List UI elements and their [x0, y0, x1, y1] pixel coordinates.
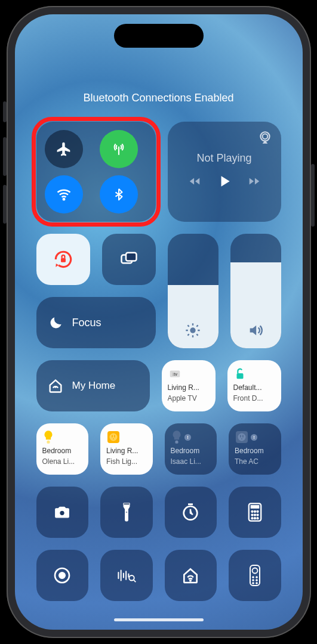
- flashlight-icon: [121, 502, 133, 522]
- svg-point-39: [251, 518, 253, 519]
- volume-slider[interactable]: [230, 234, 281, 348]
- camera-icon: [52, 503, 72, 521]
- connectivity-cluster[interactable]: [36, 122, 156, 222]
- svg-point-0: [63, 198, 65, 200]
- volume-icon: [247, 322, 264, 339]
- accessory-icon: [106, 429, 121, 445]
- svg-point-24: [241, 438, 242, 439]
- wifi-toggle[interactable]: [45, 175, 83, 213]
- svg-point-41: [257, 518, 258, 519]
- svg-point-40: [254, 518, 256, 519]
- svg-point-36: [251, 514, 253, 516]
- svg-rect-3: [61, 258, 66, 262]
- svg-point-34: [254, 510, 256, 512]
- svg-point-16: [113, 438, 114, 439]
- orientation-lock-icon: [52, 248, 75, 271]
- forward-icon: [247, 175, 262, 188]
- focus-button[interactable]: Focus: [36, 297, 156, 348]
- svg-rect-17: [175, 441, 178, 444]
- accessory-line1: Bedroom: [171, 447, 213, 456]
- calculator-icon: [247, 502, 263, 522]
- home-label: My Home: [72, 380, 116, 392]
- cellular-data-toggle[interactable]: [100, 130, 138, 168]
- home-app-button[interactable]: [165, 550, 217, 601]
- accessory-line1: Living R...: [168, 384, 211, 392]
- svg-point-21: [238, 434, 246, 441]
- calculator-button[interactable]: [229, 487, 281, 538]
- ios-control-center: Bluetooth Connections Enabled: [15, 14, 303, 630]
- accessory-line2: Olena Li...: [42, 458, 84, 466]
- home-app-icon: [181, 566, 200, 585]
- accessory-line1: Default...: [233, 384, 276, 392]
- accessory-tile[interactable]: Default...Front D...: [227, 360, 281, 411]
- svg-point-50: [252, 580, 254, 581]
- airplay-icon: [257, 130, 273, 145]
- home-indicator[interactable]: [114, 618, 204, 621]
- accessory-tile[interactable]: Living R...Fish Lig...: [100, 423, 153, 475]
- accessory-icon: tv: [168, 366, 182, 382]
- svg-text:!: !: [187, 435, 189, 440]
- svg-point-6: [190, 327, 195, 333]
- accessory-tile[interactable]: !BedroomIsaac Li...: [165, 423, 217, 475]
- svg-point-2: [262, 134, 267, 140]
- svg-rect-23: [242, 435, 244, 438]
- accessory-tile[interactable]: tvLiving R...Apple TV: [162, 360, 216, 411]
- airplane-icon: [56, 141, 72, 157]
- svg-point-49: [256, 577, 257, 578]
- screen-mirroring-button[interactable]: [102, 234, 156, 285]
- camera-button[interactable]: [36, 487, 89, 538]
- apple-tv-remote-button[interactable]: [229, 550, 281, 601]
- home-button[interactable]: My Home: [36, 360, 150, 411]
- svg-point-7: [54, 386, 56, 388]
- svg-point-52: [252, 583, 254, 584]
- svg-rect-10: [236, 373, 243, 379]
- brightness-slider[interactable]: [168, 234, 218, 348]
- flashlight-button[interactable]: [100, 487, 153, 538]
- svg-point-48: [252, 577, 254, 578]
- timer-button[interactable]: [165, 487, 217, 538]
- play-button[interactable]: [217, 173, 232, 192]
- media-player-tile[interactable]: Not Playing: [168, 122, 281, 222]
- play-icon: [217, 173, 232, 190]
- svg-point-13: [110, 434, 118, 441]
- orientation-lock-toggle[interactable]: [36, 234, 90, 285]
- svg-point-53: [256, 583, 257, 584]
- svg-text:!: !: [253, 435, 255, 440]
- svg-point-1: [260, 132, 269, 141]
- svg-rect-5: [126, 253, 137, 261]
- accessory-tile[interactable]: BedroomOlena Li...: [36, 423, 89, 475]
- accessory-line2: The AC: [235, 458, 276, 466]
- bluetooth-icon: [112, 187, 125, 202]
- focus-label: Focus: [72, 317, 101, 329]
- svg-text:tv: tv: [172, 372, 177, 376]
- screen-mirroring-icon: [118, 250, 140, 268]
- moon-icon: [48, 315, 64, 330]
- svg-rect-32: [251, 506, 259, 509]
- bluetooth-toggle[interactable]: [100, 175, 138, 213]
- accessory-icon: !: [171, 429, 191, 445]
- accessory-line2: Front D...: [233, 395, 276, 403]
- airplay-button[interactable]: [257, 130, 273, 148]
- svg-rect-15: [114, 435, 115, 438]
- remote-icon: [249, 564, 261, 587]
- svg-rect-11: [47, 441, 50, 444]
- airplane-mode-toggle[interactable]: [45, 130, 83, 168]
- dynamic-island: [114, 24, 204, 48]
- accessory-tile[interactable]: !BedroomThe AC: [229, 423, 281, 475]
- sound-recognition-button[interactable]: [100, 550, 153, 601]
- antenna-icon: [111, 141, 127, 157]
- screen-record-button[interactable]: [36, 550, 89, 601]
- svg-rect-22: [240, 435, 241, 438]
- accessory-icon: !: [235, 429, 257, 445]
- rewind-button[interactable]: [187, 175, 202, 190]
- forward-button[interactable]: [247, 175, 262, 190]
- timer-icon: [181, 503, 200, 522]
- record-icon: [53, 566, 72, 585]
- accessory-icon: [42, 429, 54, 445]
- annotation-highlight: [32, 117, 161, 227]
- accessory-line1: Bedroom: [42, 447, 84, 456]
- accessory-line1: Bedroom: [235, 447, 276, 456]
- rewind-icon: [187, 175, 202, 188]
- svg-point-27: [60, 510, 65, 516]
- svg-point-29: [125, 512, 127, 513]
